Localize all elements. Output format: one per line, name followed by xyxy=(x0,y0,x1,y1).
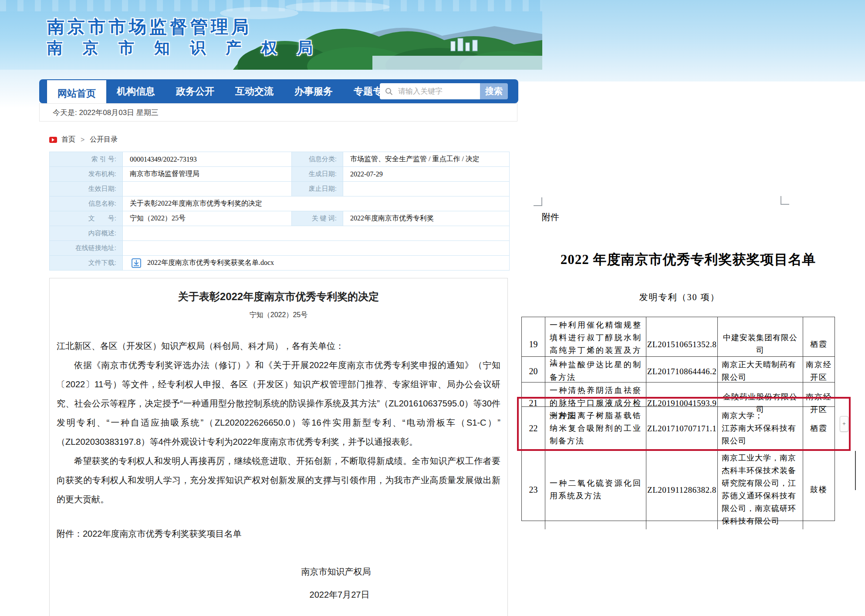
info-row-1: 发布机构:南京市市场监督管理局生成日期:2022-07-29 xyxy=(50,167,509,182)
date-bar: 今天是: 2022年08月03日 星期三 xyxy=(39,103,517,122)
patent-district: 鼓楼 xyxy=(803,450,835,529)
info-value xyxy=(123,226,509,240)
document-paragraph-2: 希望获奖的专利权人和发明人再接再厉，继续锐意进取、开拓创新，不断取得新成绩。全市… xyxy=(57,451,500,509)
info-value: 宁知（2022）25号 xyxy=(123,211,292,226)
banner-scenery: 南京市市场监督管理局 南 京 市 知 识 产 权 局 xyxy=(0,0,542,70)
breadcrumb-current: 公开目录 xyxy=(90,135,118,144)
patent-seq: 22 xyxy=(522,407,545,450)
agency-title-line1: 南京市市场监督管理局 xyxy=(47,15,252,39)
attachment-label: 附件 xyxy=(542,211,559,223)
info-row-3: 信息名称:关于表彰2022年度南京市优秀专利奖的决定 xyxy=(50,196,509,211)
text-boundary-corner-left xyxy=(534,197,542,206)
patent-owner: 南京大学； 江苏南大环保科技有限公司 xyxy=(718,407,803,450)
document-paragraph-1: 依据《南京市优秀专利奖评选办法（修订）》和《关于开展2022年度南京市优秀专利奖… xyxy=(57,355,500,451)
search-area: 搜索 xyxy=(380,83,508,99)
patent-row: 19一种利用催化精馏规整填料进行叔丁醇脱水制高纯异丁烯的装置及方法ZL20151… xyxy=(522,317,835,357)
patent-seq: 20 xyxy=(522,357,545,386)
nav-item-2[interactable]: 政务公开 xyxy=(166,79,225,103)
info-label: 文件下载: xyxy=(50,256,123,270)
info-label: 索 引 号: xyxy=(50,152,123,166)
patent-district: 南京经开区 xyxy=(803,357,835,386)
today-text: 今天是: 2022年08月03日 星期三 xyxy=(53,108,159,118)
breadcrumb-icon xyxy=(49,137,57,143)
file-download-link[interactable]: 2022年度南京市优秀专利奖获奖名单.docx xyxy=(147,258,274,267)
patent-district: 栖霞 xyxy=(803,407,835,450)
nav-item-1[interactable]: 机构信息 xyxy=(106,79,166,103)
document-signature: 南京市知识产权局 xyxy=(114,566,558,578)
info-label: 生成日期: xyxy=(292,167,343,181)
search-input[interactable] xyxy=(397,87,473,96)
patent-number: ZL201710864446.2 xyxy=(646,357,718,386)
info-row-4: 文 号:宁知（2022）25号关 键 词:2022年度南京市优秀专利奖 xyxy=(50,211,509,226)
patent-number: ZL201710707171.1 xyxy=(646,407,718,450)
document-title: 关于表彰2022年度南京市优秀专利奖的决定 xyxy=(57,290,500,304)
info-label: 关 键 词: xyxy=(292,211,343,226)
patent-seq: 23 xyxy=(522,450,545,529)
breadcrumb: 首页 > 公开目录 xyxy=(49,135,118,144)
patent-owner: 南京工业大学，南京杰科丰环保技术装备研究院有限公司，江苏德义通环保科技有限公司，… xyxy=(718,450,803,529)
info-row-2: 生效日期:废止日期: xyxy=(50,182,509,196)
info-label: 发布机构: xyxy=(50,167,123,181)
document-salutation: 江北新区、各区（开发区）知识产权局（科创局、科才局），各有关单位： xyxy=(57,336,500,355)
patent-number: ZL201911286382.8 xyxy=(646,450,718,529)
page: 南京市市场监督管理局 南 京 市 知 识 产 权 局 网站首页机构信息政务公开互… xyxy=(0,0,865,616)
table-plus-handle[interactable]: + xyxy=(840,416,848,432)
attachment-subtitle: 发明专利（30 项） xyxy=(518,291,841,303)
info-row-7: 文件下载:2022年度南京市优秀专利奖获奖名单.docx xyxy=(50,256,509,271)
agency-title-line2: 南 京 市 知 识 产 权 局 xyxy=(47,37,321,59)
info-row-6: 在线链接地址: xyxy=(50,241,509,256)
patent-title: 一种盐酸伊达比星的制备方法 xyxy=(545,357,646,386)
info-label: 信息名称: xyxy=(50,196,123,211)
info-row-0: 索 引 号:000014349/2022-73193信息分类:市场监管、安全生产… xyxy=(50,152,509,167)
text-cursor-artifact xyxy=(855,451,856,490)
attachment-title: 2022 年度南京市优秀专利奖获奖项目名单 xyxy=(518,250,858,269)
info-value: 000014349/2022-73193 xyxy=(123,152,292,166)
info-value xyxy=(123,241,509,255)
document-body: 关于表彰2022年度南京市优秀专利奖的决定 宁知（2022）25号 江北新区、各… xyxy=(49,278,508,616)
info-value: 2022年度南京市优秀专利奖获奖名单.docx xyxy=(123,256,509,270)
info-value: 2022-07-29 xyxy=(343,167,509,181)
nav-items: 网站首页机构信息政务公开互动交流办事服务专题专栏 xyxy=(39,79,402,103)
breadcrumb-home-link[interactable]: 首页 xyxy=(61,135,75,144)
breadcrumb-separator: > xyxy=(81,136,84,144)
nav-item-3[interactable]: 互动交流 xyxy=(225,79,284,103)
patent-row-highlighted: 22一种阳离子树脂基载锆纳米复合吸附剂的工业制备方法ZL201710707171… xyxy=(522,407,835,450)
search-button[interactable]: 搜索 xyxy=(480,83,508,99)
patent-table: 19一种利用催化精馏规整填料进行叔丁醇脱水制高纯异丁烯的装置及方法ZL20151… xyxy=(521,317,835,521)
nav-item-4[interactable]: 办事服务 xyxy=(284,79,343,103)
info-value xyxy=(343,182,509,196)
info-label: 信息分类: xyxy=(292,152,343,166)
search-icon xyxy=(385,88,393,95)
info-value xyxy=(123,182,292,196)
info-value: 2022年度南京市优秀专利奖 xyxy=(343,211,509,226)
main-navbar: 网站首页机构信息政务公开互动交流办事服务专题专栏 搜索 xyxy=(39,79,518,103)
document-attachment-line: 附件：2022年度南京市优秀专利奖获奖项目名单 xyxy=(57,528,500,540)
patent-owner: 南京正大天晴制药有限公司 xyxy=(718,357,803,386)
search-box xyxy=(380,83,480,99)
patent-row: 21一种清热养阴活血祛瘀的脉络宁口服液成分检测方法ZL201910041593.… xyxy=(522,382,835,407)
patent-title: 一种二氧化硫资源化回用系统及方法 xyxy=(545,450,646,529)
info-value: 关于表彰2022年度南京市优秀专利奖的决定 xyxy=(123,196,509,211)
patent-row: 20一种盐酸伊达比星的制备方法ZL201710864446.2南京正大天晴制药有… xyxy=(522,357,835,382)
info-label: 在线链接地址: xyxy=(50,241,123,255)
info-label: 废止日期: xyxy=(292,182,343,196)
info-value: 市场监管、安全生产监管 / 重点工作 / 决定 xyxy=(343,152,509,166)
document-info-table: 索 引 号:000014349/2022-73193信息分类:市场监管、安全生产… xyxy=(49,152,510,271)
document-date: 2022年7月27日 xyxy=(118,589,561,601)
info-row-5: 内容概述: xyxy=(50,226,509,241)
landscape-illustration xyxy=(207,0,542,70)
info-label: 文 号: xyxy=(50,211,123,226)
info-value: 南京市市场监督管理局 xyxy=(123,167,292,181)
info-label: 内容概述: xyxy=(50,226,123,240)
text-boundary-corner-right xyxy=(781,196,789,205)
info-label: 生效日期: xyxy=(50,182,123,196)
download-icon xyxy=(132,258,141,268)
attachment-panel: 附件 2022 年度南京市优秀专利奖获奖项目名单 发明专利（30 项） 19一种… xyxy=(518,81,865,616)
patent-title: 一种阳离子树脂基载锆纳米复合吸附剂的工业制备方法 xyxy=(545,407,646,450)
patent-row: 23一种二氧化硫资源化回用系统及方法ZL201911286382.8南京工业大学… xyxy=(522,450,835,521)
document-number: 宁知（2022）25号 xyxy=(57,311,500,320)
